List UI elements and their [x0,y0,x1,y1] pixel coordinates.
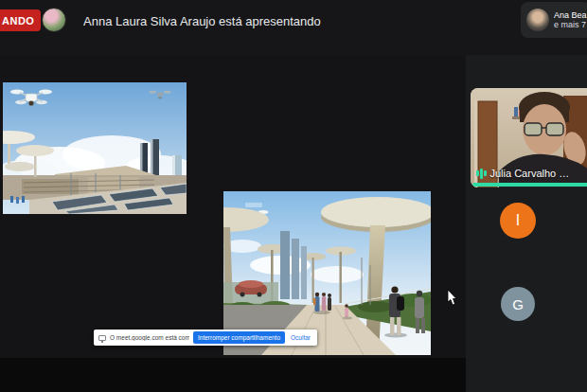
mouse-cursor-icon [447,290,458,307]
participant-tile-i[interactable]: I [500,203,536,239]
speaking-indicator-bar [472,183,587,187]
top-bar: ANDO Anna Laura Silva Araujo está aprese… [0,0,587,55]
stage-letterbox [0,358,466,392]
participant-initial: G [512,296,524,312]
slide-image-city [3,82,187,214]
presenter-banner: Anna Laura Silva Araujo está apresentand… [83,0,321,42]
participant-video-tile[interactable]: Julia Carvalho … [471,88,587,187]
vehicle [235,280,267,297]
presenter-avatar [42,8,66,32]
recording-badge: ANDO [0,9,41,31]
share-message: O meet.google.com está compartilhando su… [110,334,189,341]
participant-name-label: Julia Carvalho … [490,168,570,179]
more-count-label: e mais 7 [554,20,587,29]
audio-level-icon [476,168,487,179]
google-meet-window: ANDO Anna Laura Silva Araujo está aprese… [0,0,587,392]
more-participants-tile[interactable]: Ana Bea e mais 7 [521,2,587,38]
participant-initial: I [516,212,520,229]
recording-label: ANDO [2,15,34,27]
screen-share-icon [98,335,106,341]
hide-notification-button[interactable]: Ocultar [289,334,312,341]
participant-avatar [526,9,549,31]
stop-sharing-button[interactable]: Interromper compartilhamento [193,331,285,344]
participant-name: Ana Bea [554,10,587,20]
presentation-stage: O meet.google.com está compartilhando su… [0,55,466,392]
screen-share-notification: O meet.google.com está compartilhando su… [94,330,317,346]
participant-tile-g[interactable]: G [501,287,535,321]
